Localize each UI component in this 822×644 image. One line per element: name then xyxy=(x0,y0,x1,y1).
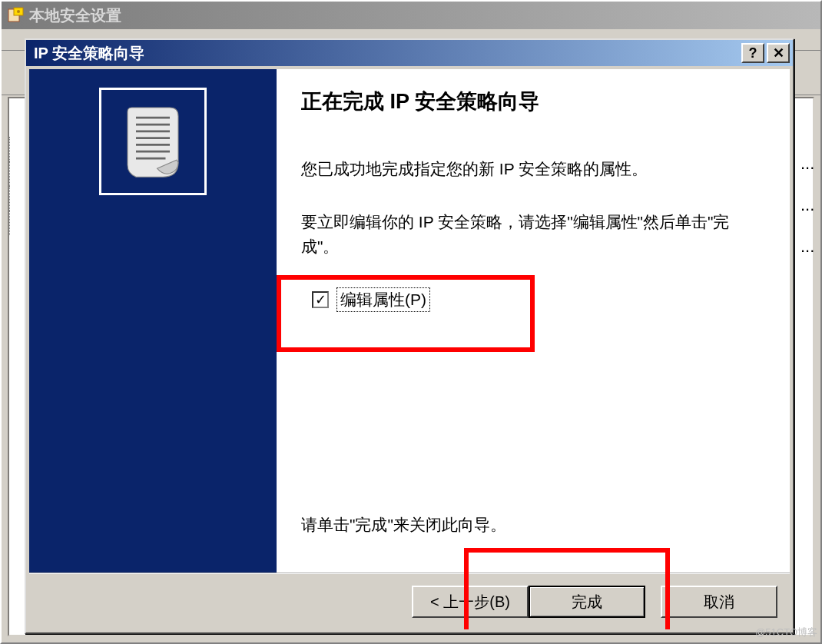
checkmark-icon: ✓ xyxy=(315,293,326,307)
help-button[interactable]: ? xyxy=(741,43,764,63)
wizard-document-icon xyxy=(99,88,207,195)
svg-point-2 xyxy=(17,10,20,13)
wizard-content: 正在完成 IP 安全策略向导 您已成功地完成指定您的新 IP 安全策略的属性。 … xyxy=(277,69,790,573)
edit-properties-row: ✓ 编辑属性(P) xyxy=(312,287,767,312)
dialog-body: 正在完成 IP 安全策略向导 您已成功地完成指定您的新 IP 安全策略的属性。 … xyxy=(29,69,790,629)
wizard-banner xyxy=(29,69,277,573)
wizard-heading: 正在完成 IP 安全策略向导 xyxy=(301,88,767,115)
dialog-titlebar[interactable]: IP 安全策略向导 ? ✕ xyxy=(26,40,793,66)
help-icon: ? xyxy=(749,45,757,61)
wizard-footer: < 上一步(B) 完成 取消 xyxy=(29,573,790,629)
back-button[interactable]: < 上一步(B) xyxy=(412,586,529,618)
cancel-button[interactable]: 取消 xyxy=(661,586,777,618)
dialog-title: IP 安全策略向导 xyxy=(29,43,739,64)
parent-window-title: 本地安全设置 xyxy=(29,5,121,26)
wizard-success-text: 您已成功地完成指定您的新 IP 安全策略的属性。 xyxy=(301,157,767,182)
edit-properties-label[interactable]: 编辑属性(P) xyxy=(336,287,430,312)
ip-security-policy-wizard-dialog: IP 安全策略向导 ? ✕ xyxy=(25,38,794,634)
security-settings-icon xyxy=(6,6,25,25)
wizard-main: 正在完成 IP 安全策略向导 您已成功地完成指定您的新 IP 安全策略的属性。 … xyxy=(29,69,790,573)
parent-titlebar: 本地安全设置 xyxy=(2,2,820,29)
edit-properties-checkbox[interactable]: ✓ xyxy=(312,291,329,308)
close-icon: ✕ xyxy=(773,45,784,61)
close-button[interactable]: ✕ xyxy=(767,43,790,63)
finish-button[interactable]: 完成 xyxy=(529,586,645,618)
wizard-closing-text: 请单击"完成"来关闭此向导。 xyxy=(301,514,506,536)
watermark: @51CTO博客 xyxy=(755,626,817,639)
truncated-column-indicator: ... ... ... xyxy=(800,154,816,278)
wizard-instruction-text: 要立即编辑你的 IP 安全策略，请选择"编辑属性"然后单击"完成"。 xyxy=(301,210,767,260)
